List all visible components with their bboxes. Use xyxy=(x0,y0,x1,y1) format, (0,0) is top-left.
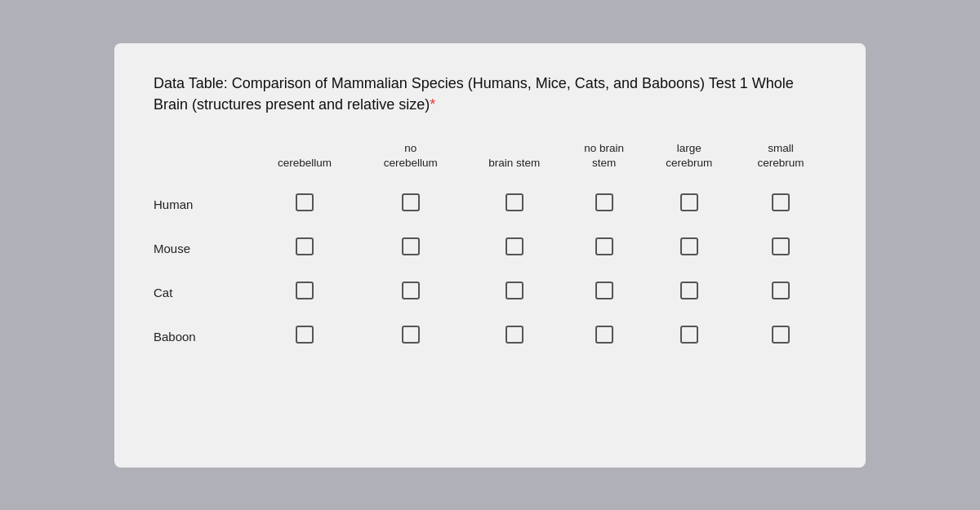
cell-human-brain-stem xyxy=(464,182,565,226)
checkbox-baboon-no-brain-stem[interactable] xyxy=(595,326,613,344)
species-label: Mouse xyxy=(154,226,252,270)
cell-mouse-cerebellum xyxy=(252,226,358,270)
cell-mouse-brain-stem xyxy=(464,226,565,270)
cell-baboon-no-brain-stem xyxy=(565,314,644,358)
cell-baboon-cerebellum xyxy=(252,314,358,358)
checkbox-baboon-brain-stem[interactable] xyxy=(506,326,523,344)
cell-cat-no-brain-stem xyxy=(565,270,644,314)
cell-baboon-brain-stem xyxy=(464,314,565,358)
checkbox-baboon-no-cerebellum[interactable] xyxy=(402,326,420,344)
cell-baboon-no-cerebellum xyxy=(358,314,464,358)
cell-baboon-small-cerebrum xyxy=(735,314,826,358)
cell-mouse-no-cerebellum xyxy=(358,226,464,270)
checkbox-human-large-cerebrum[interactable] xyxy=(680,193,698,211)
cell-human-large-cerebrum xyxy=(644,182,735,226)
species-label: Baboon xyxy=(154,314,252,358)
checkbox-baboon-cerebellum[interactable] xyxy=(296,326,314,344)
col-header-cerebellum: cerebellum xyxy=(252,141,358,182)
checkbox-cat-large-cerebrum[interactable] xyxy=(680,282,698,299)
cell-baboon-large-cerebrum xyxy=(644,314,735,358)
table-row: Cat xyxy=(154,270,826,314)
checkbox-mouse-cerebellum[interactable] xyxy=(296,237,314,255)
card: Data Table: Comparison of Mammalian Spec… xyxy=(114,43,866,468)
cell-mouse-small-cerebrum xyxy=(735,226,826,270)
data-table: cerebellum nocerebellum brain stem no br… xyxy=(154,141,826,358)
col-header-species xyxy=(154,141,252,182)
table-row: Human xyxy=(154,182,826,226)
checkbox-human-no-brain-stem[interactable] xyxy=(595,193,613,211)
cell-human-no-brain-stem xyxy=(565,182,644,226)
table-title: Data Table: Comparison of Mammalian Spec… xyxy=(154,73,826,115)
species-label: Human xyxy=(154,182,252,226)
checkbox-human-no-cerebellum[interactable] xyxy=(402,193,420,211)
checkbox-cat-no-cerebellum[interactable] xyxy=(402,282,420,299)
checkbox-human-cerebellum[interactable] xyxy=(296,193,314,211)
cell-cat-small-cerebrum xyxy=(735,270,826,314)
checkbox-mouse-small-cerebrum[interactable] xyxy=(772,237,790,255)
checkbox-cat-no-brain-stem[interactable] xyxy=(595,282,613,299)
checkbox-human-brain-stem[interactable] xyxy=(506,193,523,211)
checkbox-mouse-no-brain-stem[interactable] xyxy=(595,237,613,255)
col-header-brain-stem: brain stem xyxy=(464,141,565,182)
col-header-no-cerebellum: nocerebellum xyxy=(358,141,464,182)
checkbox-cat-cerebellum[interactable] xyxy=(296,282,314,299)
checkbox-cat-brain-stem[interactable] xyxy=(506,282,523,299)
table-row: Mouse xyxy=(154,226,826,270)
col-header-no-brain-stem: no brainstem xyxy=(565,141,644,182)
col-header-large-cerebrum: largecerebrum xyxy=(644,141,735,182)
species-label: Cat xyxy=(154,270,252,314)
checkbox-baboon-small-cerebrum[interactable] xyxy=(772,326,790,344)
cell-mouse-large-cerebrum xyxy=(644,226,735,270)
cell-human-cerebellum xyxy=(252,182,358,226)
cell-cat-brain-stem xyxy=(464,270,565,314)
cell-human-small-cerebrum xyxy=(735,182,826,226)
col-header-small-cerebrum: smallcerebrum xyxy=(735,141,826,182)
cell-cat-cerebellum xyxy=(252,270,358,314)
checkbox-mouse-no-cerebellum[interactable] xyxy=(402,237,420,255)
title-text: Data Table: Comparison of Mammalian Spec… xyxy=(154,75,794,113)
required-asterisk: * xyxy=(430,96,435,113)
checkbox-cat-small-cerebrum[interactable] xyxy=(772,282,790,299)
table-row: Baboon xyxy=(154,314,826,358)
checkbox-mouse-brain-stem[interactable] xyxy=(506,237,523,255)
checkbox-baboon-large-cerebrum[interactable] xyxy=(680,326,698,344)
cell-human-no-cerebellum xyxy=(358,182,464,226)
cell-cat-large-cerebrum xyxy=(644,270,735,314)
cell-cat-no-cerebellum xyxy=(358,270,464,314)
cell-mouse-no-brain-stem xyxy=(565,226,644,270)
checkbox-human-small-cerebrum[interactable] xyxy=(772,193,790,211)
checkbox-mouse-large-cerebrum[interactable] xyxy=(680,237,698,255)
